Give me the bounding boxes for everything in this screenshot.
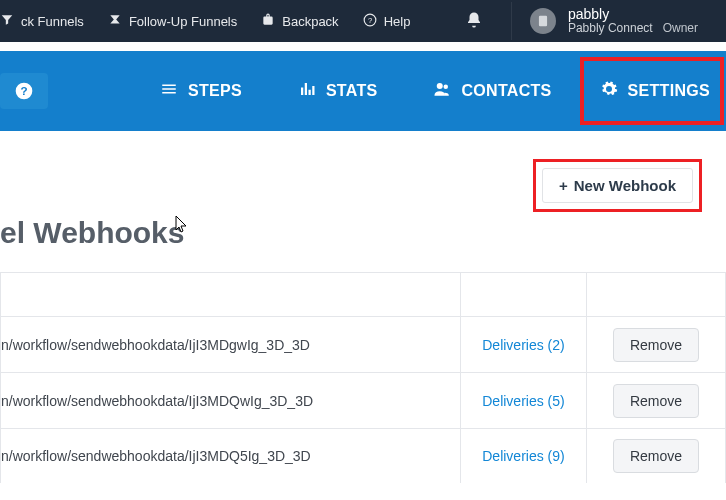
remove-button[interactable]: Remove bbox=[613, 328, 699, 362]
top-header: ck Funnels Follow-Up Funnels Backpack ? … bbox=[0, 0, 726, 42]
table-row: n/workflow/sendwebhookdata/IjI3MDQwIg_3D… bbox=[1, 373, 725, 429]
remove-button[interactable]: Remove bbox=[613, 384, 699, 418]
avatar bbox=[530, 8, 556, 34]
nav-label: Backpack bbox=[282, 14, 338, 29]
followup-icon bbox=[108, 13, 122, 30]
tab-label: SETTINGS bbox=[628, 82, 710, 100]
svg-rect-2 bbox=[539, 16, 547, 27]
account-text: pabbly Pabbly Connect Owner bbox=[568, 6, 698, 36]
header-divider bbox=[0, 42, 726, 51]
deliveries-link[interactable]: Deliveries (2) bbox=[482, 337, 565, 353]
deliveries-link[interactable]: Deliveries (5) bbox=[482, 393, 565, 409]
backpack-icon bbox=[261, 13, 275, 30]
new-webhook-button[interactable]: + New Webhook bbox=[542, 168, 693, 203]
steps-icon bbox=[160, 80, 178, 102]
account-menu[interactable]: pabbly Pabbly Connect Owner bbox=[511, 2, 726, 40]
account-product: Pabbly Connect bbox=[568, 22, 653, 36]
webhook-url: n/workflow/sendwebhookdata/IjI3MDQwIg_3D… bbox=[1, 393, 460, 409]
contacts-icon bbox=[433, 80, 451, 102]
stats-icon bbox=[298, 80, 316, 102]
tab-label: STEPS bbox=[188, 82, 242, 100]
nav-label: Help bbox=[384, 14, 411, 29]
plus-icon: + bbox=[559, 177, 568, 194]
webhooks-table: n/workflow/sendwebhookdata/IjI3MDgwIg_3D… bbox=[0, 272, 726, 483]
svg-point-6 bbox=[444, 85, 449, 90]
help-icon: ? bbox=[363, 13, 377, 30]
notifications-bell[interactable] bbox=[465, 11, 483, 32]
remove-button[interactable]: Remove bbox=[613, 439, 699, 473]
top-nav: ck Funnels Follow-Up Funnels Backpack ? … bbox=[0, 13, 451, 30]
new-webhook-label: New Webhook bbox=[574, 177, 676, 194]
nav-label: ck Funnels bbox=[21, 14, 84, 29]
nav-backpack[interactable]: Backpack bbox=[261, 13, 338, 30]
account-name: pabbly bbox=[568, 6, 698, 22]
webhook-url: n/workflow/sendwebhookdata/IjI3MDQ5Ig_3D… bbox=[1, 448, 460, 464]
tab-steps[interactable]: STEPS bbox=[132, 51, 270, 131]
svg-point-5 bbox=[437, 83, 443, 89]
nav-followup-funnels[interactable]: Follow-Up Funnels bbox=[108, 13, 237, 30]
nav-help[interactable]: ? Help bbox=[363, 13, 411, 30]
tab-label: STATS bbox=[326, 82, 378, 100]
table-row: n/workflow/sendwebhookdata/IjI3MDQ5Ig_3D… bbox=[1, 429, 725, 483]
page-title: el Webhooks bbox=[0, 216, 726, 272]
help-button[interactable]: ? bbox=[0, 73, 48, 109]
svg-text:?: ? bbox=[368, 15, 372, 24]
settings-icon bbox=[600, 80, 618, 102]
tab-settings-highlight: SETTINGS bbox=[580, 57, 724, 125]
table-row: n/workflow/sendwebhookdata/IjI3MDgwIg_3D… bbox=[1, 317, 725, 373]
tab-label: CONTACTS bbox=[461, 82, 551, 100]
nav-click-funnels[interactable]: ck Funnels bbox=[0, 13, 84, 30]
svg-text:?: ? bbox=[20, 84, 27, 97]
question-icon: ? bbox=[14, 81, 34, 101]
funnel-icon bbox=[0, 13, 14, 30]
tab-bar: ? STEPS STATS CONTACTS SETTINGS bbox=[0, 51, 726, 131]
tab-settings[interactable]: SETTINGS bbox=[596, 61, 714, 121]
deliveries-link[interactable]: Deliveries (9) bbox=[482, 448, 565, 464]
webhook-url: n/workflow/sendwebhookdata/IjI3MDgwIg_3D… bbox=[1, 337, 460, 353]
account-role: Owner bbox=[663, 22, 698, 36]
table-head bbox=[1, 273, 725, 317]
tab-contacts[interactable]: CONTACTS bbox=[405, 51, 579, 131]
nav-label: Follow-Up Funnels bbox=[129, 14, 237, 29]
content-area: + New Webhook el Webhooks n/workflow/sen… bbox=[0, 131, 726, 483]
bell-icon bbox=[465, 11, 483, 29]
avatar-doc-icon bbox=[536, 14, 550, 28]
new-webhook-row: + New Webhook bbox=[0, 131, 726, 212]
new-webhook-highlight: + New Webhook bbox=[533, 159, 702, 212]
tab-stats[interactable]: STATS bbox=[270, 51, 406, 131]
